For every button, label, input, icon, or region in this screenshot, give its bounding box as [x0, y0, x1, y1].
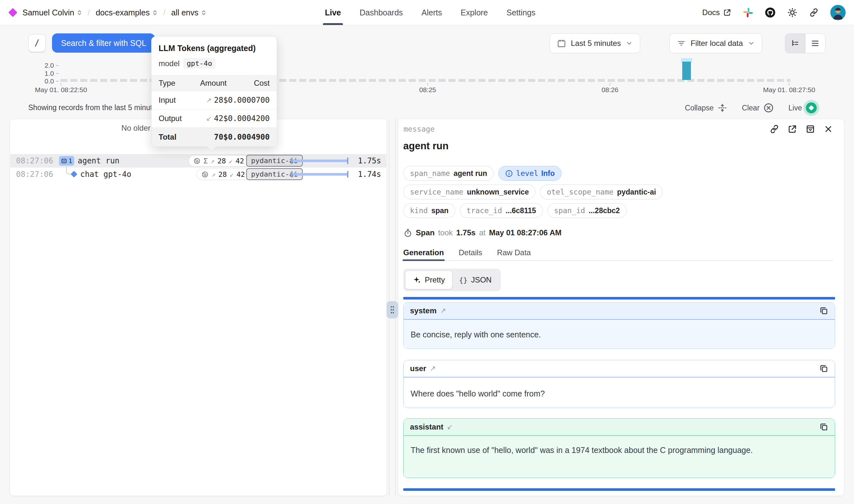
list-view-icon: [811, 39, 820, 48]
close-panel-icon[interactable]: [823, 124, 833, 134]
copy-icon[interactable]: [819, 364, 828, 373]
pill-value: pydantic-ai: [617, 188, 656, 196]
slack-icon[interactable]: [743, 7, 753, 18]
theme-toggle-sun-icon[interactable]: [787, 7, 798, 18]
attribute-pill-row: kind span trace_id ...6c8115 span_id ...…: [403, 203, 627, 218]
span-name: agent run: [78, 156, 120, 165]
clear-label: Clear: [742, 104, 760, 112]
copy-icon[interactable]: [819, 422, 828, 431]
open-in-new-icon[interactable]: [787, 124, 797, 134]
github-icon[interactable]: [765, 7, 776, 18]
timing-timestamp: May 01 08:27:06 AM: [489, 228, 562, 237]
scroll-top-indicator: [403, 297, 835, 300]
x-axis-label: May 01. 08:22:50: [35, 86, 87, 94]
filter-local-value: Filter local data: [691, 39, 743, 48]
message-content: The first known use of "hello, world" wa…: [411, 444, 770, 456]
level-pill[interactable]: level Info: [498, 166, 561, 181]
trace-row-chat-gpt-4o[interactable]: 08:27:06 chat gpt-4o ↗28 ↙42 pydantic-ai…: [10, 167, 386, 181]
row-type: Output: [159, 114, 193, 123]
live-toggle[interactable]: Live: [788, 103, 817, 113]
message-direction-icon: ↗: [430, 364, 436, 373]
message-card-body: The first known use of "hello, world" wa…: [403, 436, 835, 478]
trace-id-pill[interactable]: trace_id ...6c8115: [460, 203, 543, 218]
input-arrow-icon: ↗: [211, 157, 215, 165]
message-card-body: Be concise, reply with one sentence.: [403, 320, 835, 349]
pill-value: unknown_service: [467, 188, 529, 196]
top-header: Samuel Colvin / docs-examples / all envs…: [0, 0, 854, 25]
message-card-header: user ↗: [403, 360, 835, 378]
tab-generation[interactable]: Generation: [403, 245, 444, 260]
dock-panel-icon[interactable]: [805, 124, 815, 134]
duration-value: 1.75s: [358, 156, 381, 165]
search-filter-button[interactable]: Search & filter with SQL: [52, 33, 155, 53]
llm-tokens-tooltip: LLM Tokens (aggregated) model gpt-4o Typ…: [151, 36, 277, 147]
kind-pill[interactable]: kind span: [403, 203, 455, 218]
pretty-toggle-button[interactable]: Pretty: [405, 271, 452, 289]
span-name-pill[interactable]: span_name agent run: [403, 166, 494, 181]
time-range-dropdown[interactable]: Last 5 minutes: [550, 33, 640, 53]
trace-list-panel: No older records 08:27:06 1 agent run Σ …: [10, 119, 387, 496]
x-tick-mark: [610, 83, 610, 86]
json-toggle-button[interactable]: {} JSON: [452, 271, 499, 289]
tab-settings[interactable]: Settings: [507, 0, 535, 25]
tab-details[interactable]: Details: [459, 245, 482, 260]
trace-row-agent-run[interactable]: 08:27:06 1 agent run Σ ↗28 ↙42 pydantic-…: [10, 154, 386, 167]
output-arrow-icon: ↙: [230, 170, 234, 178]
message-card-assistant: assistant ↙ The first known use of "hell…: [403, 418, 835, 478]
tab-explore[interactable]: Explore: [461, 0, 488, 25]
org-selector[interactable]: Samuel Colvin: [22, 8, 82, 17]
col-type: Type: [159, 79, 195, 88]
row-cost: $0.0004900: [223, 132, 270, 142]
x-tick-mark: [427, 83, 428, 86]
tab-raw-data[interactable]: Raw Data: [497, 245, 531, 260]
share-link-icon[interactable]: [809, 8, 819, 17]
project-name: docs-examples: [96, 8, 150, 17]
filter-local-dropdown[interactable]: Filter local data: [669, 33, 762, 53]
y-axis-tick: 1.0: [37, 70, 54, 77]
braces-icon: {}: [459, 276, 468, 284]
x-axis-label: 08:25: [419, 86, 436, 94]
pill-value: ...28cbc2: [588, 206, 620, 215]
duration-value: 1.74s: [358, 170, 381, 179]
tab-dashboards[interactable]: Dashboards: [360, 0, 403, 25]
children-count: 1: [68, 157, 72, 165]
tree-view-button[interactable]: [785, 34, 805, 53]
token-usage-pill[interactable]: ↗28 ↙42: [197, 168, 250, 180]
span-id-pill[interactable]: span_id ...28cbc2: [547, 203, 627, 218]
calendar-icon: [557, 39, 566, 48]
tab-alerts[interactable]: Alerts: [421, 0, 442, 25]
copy-link-icon[interactable]: [769, 124, 779, 134]
clear-button[interactable]: Clear: [742, 103, 774, 113]
histogram-bar[interactable]: [682, 61, 691, 80]
list-view-button[interactable]: [805, 34, 825, 53]
user-avatar[interactable]: [830, 5, 846, 20]
pretty-label: Pretty: [425, 275, 445, 284]
live-label: Live: [788, 104, 802, 112]
view-mode-toggle: [785, 33, 825, 53]
copy-icon[interactable]: [819, 306, 828, 315]
splitter-grip[interactable]: [386, 301, 398, 319]
pill-value: Info: [541, 169, 555, 178]
span-timing-line: Span took 1.75s at May 01 08:27:06 AM: [403, 228, 562, 237]
docs-link[interactable]: Docs: [702, 8, 731, 17]
model-value: gpt-4o: [183, 58, 215, 69]
project-selector[interactable]: docs-examples: [96, 8, 157, 17]
message-direction-icon: ↗: [440, 307, 446, 315]
children-collapse-badge[interactable]: 1: [59, 156, 74, 166]
message-content: Be concise, reply with one sentence.: [411, 328, 828, 341]
header-actions: Docs: [702, 0, 846, 25]
status-actions: Collapse Clear Live: [685, 101, 817, 115]
search-shortcut-key[interactable]: /: [28, 34, 46, 52]
token-usage-pill[interactable]: Σ ↗28 ↙42: [188, 155, 249, 167]
message-card-header: system ↗: [403, 302, 835, 320]
env-selector[interactable]: all envs: [171, 8, 206, 17]
span-start-time: 08:27:06: [16, 156, 53, 165]
collapse-button[interactable]: Collapse: [685, 103, 727, 113]
otel-scope-pill[interactable]: otel_scope_name pydantic-ai: [540, 185, 662, 199]
message-card-user: user ↗ Where does "hello world" come fro…: [403, 360, 835, 408]
sparkle-icon: [413, 276, 421, 284]
tab-live[interactable]: Live: [325, 0, 341, 25]
service-name-pill[interactable]: service_name unknown_service: [403, 185, 535, 199]
message-card-system: system ↗ Be concise, reply with one sent…: [403, 302, 835, 349]
tooltip-model-row: model gpt-4o: [151, 53, 277, 75]
